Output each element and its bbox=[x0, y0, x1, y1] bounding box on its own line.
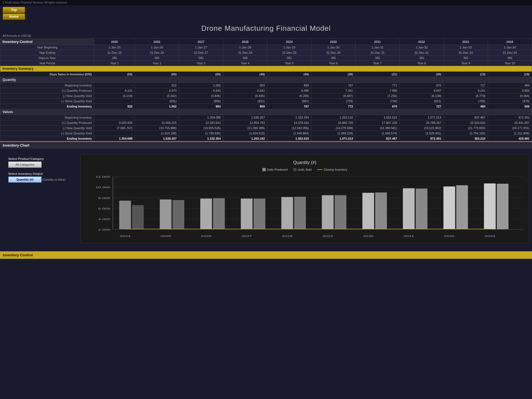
year-2033: 2033 bbox=[444, 39, 488, 45]
quantity-section-header: Quantity bbox=[0, 77, 532, 83]
values-section-header: Values bbox=[0, 109, 532, 115]
bar-sold-2030 bbox=[375, 193, 387, 229]
yb-2032: 1-Jan-32 bbox=[400, 45, 444, 50]
bar-sold-2028 bbox=[294, 197, 306, 229]
svg-text:4.000: 4.000 bbox=[98, 218, 110, 221]
bar-produced-2028 bbox=[281, 197, 293, 229]
units-sold-legend-color bbox=[293, 168, 296, 171]
year-2034: 2034 bbox=[488, 39, 532, 45]
svg-text:2025: 2025 bbox=[160, 234, 171, 237]
inventory-table: Inventory Control 2025 2026 2027 2028 20… bbox=[0, 39, 532, 141]
bar-produced-2029 bbox=[322, 195, 334, 229]
beginning-inventory-qty-label: Beginning Inventory bbox=[0, 83, 94, 88]
units-produced-legend-color bbox=[262, 168, 266, 171]
svg-text:10.000: 10.000 bbox=[96, 186, 110, 189]
bar-produced-2027 bbox=[241, 199, 252, 229]
output-button[interactable]: Quantity (#) bbox=[8, 177, 42, 183]
bar-sold-2033 bbox=[497, 184, 508, 229]
inventory-summary-header: Inventory Summary bbox=[0, 66, 532, 72]
bar-produced-2032 bbox=[443, 186, 455, 229]
copyright-text: © Profit Vision Financial Services. All … bbox=[2, 1, 67, 4]
new-qty-sold-val-label: (-) New Quantity Sold bbox=[0, 126, 94, 131]
table-row: (-) New Quantity Sold (7.666.747) (10.75… bbox=[0, 126, 532, 131]
svg-text:2029: 2029 bbox=[322, 234, 333, 237]
svg-text:2033: 2033 bbox=[485, 234, 495, 237]
yb-2031: 1-Jan-31 bbox=[355, 45, 400, 50]
dsi-2032: (30) bbox=[400, 72, 444, 77]
dsi-2031: (31) bbox=[355, 72, 400, 77]
year-2032: 2032 bbox=[400, 39, 444, 45]
legend-closing-inventory-label: Closing Inventory bbox=[324, 168, 347, 171]
chart-section-header: Inventory Chart bbox=[0, 141, 532, 149]
dsi-2029: (40) bbox=[267, 72, 311, 77]
chart-inner-title: Quantity (#) bbox=[86, 160, 523, 165]
output-sublabel: (Quantity or Value) bbox=[42, 178, 65, 181]
chart-svg: 12.000 10.000 8.000 6.000 4.000 2.000 bbox=[86, 173, 523, 240]
output-label: Select Inventory Output bbox=[8, 172, 75, 175]
year-beginning-label: Year Beginning bbox=[0, 45, 94, 50]
page-title: Drone Manufacturing Financial Model bbox=[0, 21, 532, 34]
stock-qty-sold-val-label: (-) Stock Quantity Sold bbox=[0, 131, 94, 136]
bar-produced-2030 bbox=[362, 193, 374, 229]
yb-2025: 1-Jan-25 bbox=[94, 45, 135, 50]
product-category-control: Select Product Category All Categories bbox=[8, 157, 75, 168]
dsi-2033: (19) bbox=[444, 72, 488, 77]
bar-sold-2032 bbox=[456, 185, 468, 229]
svg-text:2026: 2026 bbox=[201, 234, 212, 237]
home-button[interactable]: Home bbox=[3, 14, 25, 20]
table-row: (-) New Quantity Sold (5.219) (5.502) (5… bbox=[0, 93, 532, 99]
year-2031: 2031 bbox=[355, 39, 400, 45]
year-period-label: Year Period bbox=[0, 61, 94, 66]
ending-inventory-val-row: Ending Inventory 1.354.088 1.630.267 1.3… bbox=[0, 136, 532, 141]
top-bar: © Profit Vision Financial Services. All … bbox=[0, 0, 532, 5]
yb-2033: 1-Jan-33 bbox=[444, 45, 488, 50]
product-category-button[interactable]: All Categories bbox=[8, 162, 42, 168]
product-category-label: Select Product Category bbox=[8, 157, 75, 160]
dsi-2030: (38) bbox=[311, 72, 355, 77]
stock-qty-sold-label: (-) Stock Quantity Sold bbox=[0, 99, 94, 104]
chart-legend: Units Produced Units Sold Closing Invent… bbox=[86, 168, 523, 171]
yb-2030: 1-Jan-30 bbox=[311, 45, 355, 50]
legend-closing-inventory: Closing Inventory bbox=[317, 168, 347, 171]
bar-produced-2033 bbox=[484, 183, 496, 229]
yb-2027: 1-Jan-27 bbox=[179, 45, 223, 50]
beginning-inventory-val-label: Beginning Inventory bbox=[0, 115, 94, 120]
bar-sold-2031 bbox=[416, 189, 427, 229]
days-in-year-label: Days in Year bbox=[0, 55, 94, 61]
year-2027: 2027 bbox=[179, 39, 223, 45]
top-button[interactable]: Top bbox=[3, 7, 25, 13]
table-row: (-) Stock Quantity Sold - (1.624.188) (1… bbox=[0, 131, 532, 136]
table-row: Beginning Inventory - 922 1.062 903 869 … bbox=[0, 83, 532, 88]
bar-sold-2025 bbox=[173, 200, 184, 229]
dsi-2025: (55) bbox=[94, 72, 135, 77]
output-control: Select Inventory Output Quantity (#) (Qu… bbox=[8, 172, 75, 183]
dsi-2028: (48) bbox=[223, 72, 267, 77]
bar-produced-2024 bbox=[119, 201, 131, 229]
qty-produced-label: (+) Quantity Produced bbox=[0, 88, 94, 93]
svg-text:12.000: 12.000 bbox=[96, 175, 110, 178]
bar-produced-2025 bbox=[160, 200, 172, 229]
year-2028: 2028 bbox=[223, 39, 267, 45]
svg-text:2032: 2032 bbox=[444, 234, 455, 237]
ending-inventory-qty-label: Ending Inventory bbox=[0, 104, 94, 109]
new-qty-sold-label: (-) New Quantity Sold bbox=[0, 93, 94, 99]
dsi-2027: (50) bbox=[179, 72, 223, 77]
svg-text:2024: 2024 bbox=[120, 234, 131, 237]
closing-inventory-legend-color bbox=[317, 169, 323, 170]
bar-sold-2027 bbox=[254, 199, 265, 229]
yb-2029: 1-Jan-29 bbox=[267, 45, 311, 50]
ending-inventory-qty-row: Ending Inventory 922 1.062 903 869 767 7… bbox=[0, 104, 532, 109]
yb-2034: 1-Jan-34 bbox=[488, 45, 532, 50]
svg-text:2030: 2030 bbox=[363, 234, 374, 237]
qty-produced-val-label: (+) Quantity Produced bbox=[0, 120, 94, 126]
ending-inventory-val-label: Ending Inventory bbox=[0, 136, 94, 141]
nav-buttons: Top Home bbox=[0, 5, 532, 21]
inventory-control-header: Inventory Control bbox=[0, 39, 94, 45]
bar-produced-2031 bbox=[403, 188, 415, 229]
year-2030: 2030 bbox=[311, 39, 355, 45]
table-row: (-) Stock Quantity Sold - (831) (956) (8… bbox=[0, 99, 532, 104]
yb-2026: 1-Jan-26 bbox=[135, 45, 179, 50]
table-row: (+) Quantity Produced 6.141 6.473 6.642 … bbox=[0, 88, 532, 93]
legend-units-produced-label: Units Produced bbox=[267, 168, 288, 171]
bar-sold-2024 bbox=[132, 205, 144, 229]
